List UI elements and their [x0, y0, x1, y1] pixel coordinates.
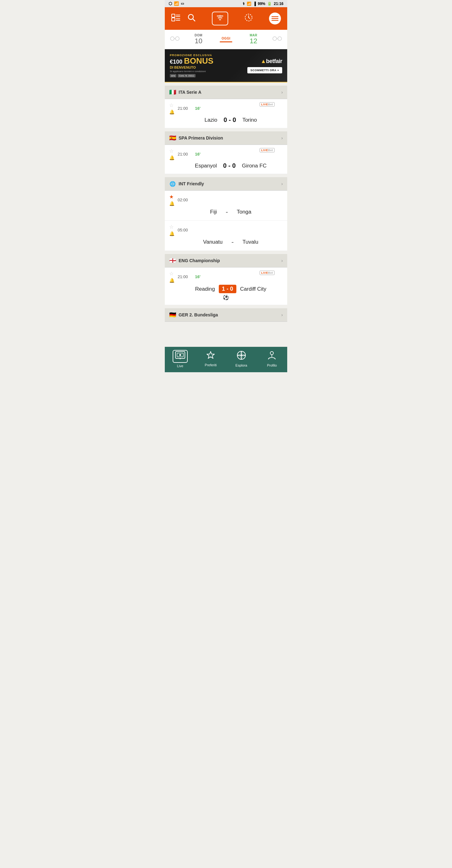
- home-team: Reading: [195, 286, 215, 292]
- history-button[interactable]: [244, 13, 253, 24]
- league-header-int-friendly[interactable]: 🌐 INT Friendly ›: [165, 177, 287, 191]
- esplora-label: Esplora: [235, 364, 247, 367]
- bonus-amount: €100 BONUS: [170, 57, 214, 65]
- match-time: 02:00: [178, 197, 191, 202]
- eng-championship-label: ENG Championship: [178, 258, 220, 263]
- league-header-spa-primera[interactable]: 🇪🇸 SPA Primera Division ›: [165, 131, 287, 145]
- ger-flag-icon: 🇩🇪: [169, 311, 176, 318]
- next-dates-button[interactable]: [267, 32, 287, 47]
- bottom-nav-live[interactable]: Live: [168, 350, 193, 368]
- chevron-right-icon: ›: [281, 258, 283, 263]
- live-minute: 16': [193, 152, 202, 156]
- match-vanuatu-tuvalu[interactable]: ☆ 🔔 05:00 Vanuatu - Tuvalu: [165, 221, 287, 251]
- svg-rect-1: [172, 18, 175, 21]
- tab-dom10[interactable]: DOM 10: [185, 30, 213, 49]
- away-team: Tuvalu: [243, 239, 258, 245]
- svg-point-23: [179, 354, 181, 356]
- match-score: 0 - 0: [221, 162, 238, 169]
- svg-point-8: [219, 16, 221, 17]
- battery-level: 99%: [258, 2, 265, 6]
- license-badge: Conc. N. 15211: [178, 74, 196, 78]
- away-team: Tonga: [237, 209, 251, 215]
- bluetooth-icon: ⚕: [243, 2, 245, 6]
- match-score: -: [231, 238, 233, 246]
- betfair-logo: ▲betfair: [247, 58, 282, 65]
- league-header-ita-serie-a[interactable]: 🇮🇹 ITA Serie A ›: [165, 86, 287, 99]
- away-team: Girona FC: [242, 163, 266, 169]
- bell-icon[interactable]: 🔔: [169, 201, 174, 206]
- bottom-nav-esplora[interactable]: Esplora: [229, 350, 254, 367]
- wifi-signal-icon: 📶: [247, 2, 251, 6]
- signal-bars-icon: ▐: [253, 2, 256, 6]
- match-reading-cardiff[interactable]: ☆ 🔔 21:00 16' LIVEBet Reading 1 - 0 Card…: [165, 268, 287, 305]
- home-team: Vanuatu: [203, 239, 223, 245]
- match-lazio-torino[interactable]: ☆ 🔔 21:00 16' LIVEBet Lazio 0 - 0 Torino: [165, 99, 287, 128]
- match-fiji-tonga[interactable]: ★ 🔔 02:00 Fiji - Tonga: [165, 191, 287, 221]
- live-bet-badge: LIVEBet: [260, 148, 275, 152]
- star-icon[interactable]: ☆: [169, 148, 174, 154]
- league-header-ger-bundesliga[interactable]: 🇩🇪 GER 2. Bundesliga ›: [165, 308, 287, 322]
- svg-line-11: [249, 18, 250, 19]
- time-display: 21:16: [274, 2, 283, 6]
- spa-flag-icon: 🇪🇸: [169, 134, 176, 142]
- match-time: 21:00: [178, 152, 191, 156]
- svg-point-26: [270, 351, 274, 355]
- cast-icon: ▭: [181, 2, 184, 6]
- filter-button[interactable]: [212, 11, 228, 25]
- svg-point-16: [175, 37, 179, 40]
- matches-container: 🇮🇹 ITA Serie A › ☆ 🔔 21:00 16' LIVEBet L…: [165, 83, 287, 347]
- prev-dates-button[interactable]: [165, 32, 185, 47]
- list-button[interactable]: [171, 13, 180, 25]
- live-label: Live: [177, 364, 183, 368]
- ita-flag-icon: 🇮🇹: [169, 89, 176, 96]
- profilo-label: Profilo: [267, 364, 277, 367]
- promo-banner[interactable]: PROMOZIONE ESCLUSIVA €100 BONUS DI BENVE…: [165, 49, 287, 83]
- profile-nav-icon: [267, 350, 276, 362]
- league-header-eng-championship[interactable]: 🏴󠁧󠁢󠁥󠁮󠁧󠁿 ENG Championship ›: [165, 254, 287, 268]
- home-team: Fiji: [210, 209, 217, 215]
- tab-mar12[interactable]: MAR 12: [240, 30, 267, 49]
- match-espanyol-girona[interactable]: ☆ 🔔 21:00 16' LIVEBet Espanyol 0 - 0 Gir…: [165, 145, 287, 174]
- live-minute: 16': [193, 106, 202, 111]
- svg-point-18: [273, 37, 277, 40]
- star-icon[interactable]: ☆: [169, 271, 174, 277]
- status-right-info: ⚕ 📶 ▐ 99% 🔋 21:16: [243, 2, 283, 6]
- home-team: Lazio: [205, 117, 218, 123]
- bell-icon[interactable]: 🔔: [169, 231, 174, 236]
- live-icon: [173, 350, 188, 363]
- svg-point-15: [170, 37, 174, 40]
- away-team: Cardiff City: [240, 286, 266, 292]
- star-nav-icon: [206, 351, 215, 362]
- star-icon[interactable]: ☆: [169, 224, 174, 230]
- bottom-nav: Live Preferiti Esplora: [165, 347, 287, 372]
- scommetti-button[interactable]: SCOMMETTI ORA »: [247, 67, 282, 73]
- menu-button[interactable]: [269, 12, 281, 25]
- search-button[interactable]: [187, 13, 196, 24]
- star-icon[interactable]: ★: [169, 194, 174, 200]
- svg-line-7: [193, 19, 195, 21]
- match-score: -: [226, 208, 228, 216]
- bonus-note: Si applicano termini e condizioni: [170, 70, 214, 73]
- ita-serie-a-label: ITA Serie A: [178, 90, 201, 95]
- ball-nav-icon: [237, 350, 246, 362]
- tab-oggi[interactable]: OGGI: [212, 33, 240, 46]
- bell-icon[interactable]: 🔔: [169, 278, 174, 283]
- status-left-icons: ⬡ 📶 ▭: [169, 1, 184, 6]
- top-nav: [165, 7, 287, 30]
- ams-badge: ams: [170, 74, 176, 78]
- battery-icon: 🔋: [267, 2, 272, 6]
- match-score: 0 - 0: [221, 116, 238, 124]
- bottom-nav-preferiti[interactable]: Preferiti: [198, 351, 223, 367]
- live-bet-badge: LIVEBet: [260, 102, 275, 106]
- bell-icon[interactable]: 🔔: [169, 110, 174, 115]
- int-friendly-label: INT Friendly: [178, 181, 204, 186]
- spa-primera-label: SPA Primera Division: [178, 135, 223, 141]
- chevron-right-icon: ›: [281, 90, 283, 95]
- chevron-right-icon: ›: [281, 312, 283, 317]
- star-icon[interactable]: ☆: [169, 102, 174, 108]
- status-bar: ⬡ 📶 ▭ ⚕ 📶 ▐ 99% 🔋 21:16: [165, 0, 287, 7]
- match-time: 21:00: [178, 106, 191, 111]
- away-team: Torino: [242, 117, 257, 123]
- bell-icon[interactable]: 🔔: [169, 155, 174, 160]
- bottom-nav-profilo[interactable]: Profilo: [259, 350, 284, 367]
